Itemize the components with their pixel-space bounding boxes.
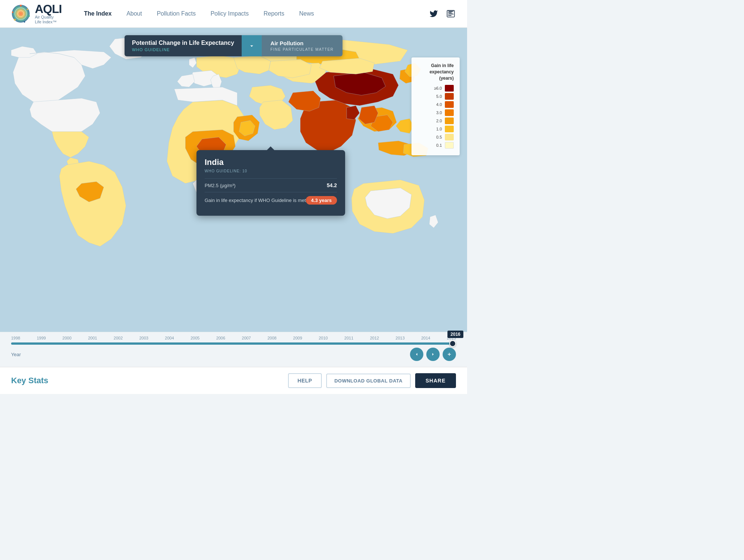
nav-pollution-facts[interactable]: Pollution Facts — [149, 10, 203, 17]
social-icon-2[interactable] — [446, 9, 456, 19]
nav-about[interactable]: About — [119, 10, 149, 17]
timeline-handle[interactable]: 2016 — [449, 340, 456, 347]
svg-point-8 — [12, 11, 13, 13]
main-nav: The Index About Pollution Facts Policy I… — [76, 10, 421, 17]
nav-news[interactable]: News — [292, 10, 321, 17]
legend-item-3: 4.0 — [431, 101, 454, 108]
timeline-progress — [11, 342, 456, 345]
svg-point-6 — [24, 21, 25, 23]
svg-point-5 — [28, 15, 30, 17]
nav-reports[interactable]: Reports — [256, 10, 292, 17]
logo-icon — [11, 4, 30, 23]
logo-area[interactable]: AQLI Air Quality Life Index™ — [11, 3, 62, 24]
legend-gradient: ≥6.0 5.0 4.0 3.0 2.0 1.0 — [417, 85, 454, 150]
logo-text: AQLI Air Quality Life Index™ — [35, 3, 62, 24]
current-year-badge: 2016 — [447, 331, 463, 338]
legend-item-1: ≥6.0 — [431, 85, 454, 92]
help-button[interactable]: HELP — [288, 373, 322, 388]
dropdown-right-panel: Air Pollution Fine Particulate Matter — [262, 35, 343, 56]
svg-point-3 — [20, 5, 22, 7]
nav-the-index[interactable]: The Index — [76, 10, 119, 17]
map-legend: Gain in life expectancy (years) ≥6.0 5.0… — [411, 57, 460, 155]
dropdown-toggle-button[interactable] — [242, 35, 262, 56]
tooltip-gain-row: Gain in life expectancy if WHO Guideline… — [205, 196, 337, 205]
header: AQLI Air Quality Life Index™ The Index A… — [0, 0, 467, 28]
timeline-next-button[interactable] — [426, 348, 440, 361]
timeline-track[interactable]: 2016 — [11, 342, 456, 345]
legend-item-7: 0.5 — [431, 134, 454, 140]
legend-item-5: 2.0 — [431, 117, 454, 124]
timeline-area: 1998 1999 2000 2001 2002 2003 2004 2005 … — [0, 332, 467, 367]
legend-item-6: 1.0 — [431, 126, 454, 132]
timeline-prev-button[interactable] — [410, 348, 423, 361]
legend-item-4: 3.0 — [431, 109, 454, 116]
timeline-bottom: Year — [11, 348, 456, 361]
country-tooltip: India WHO Guideline: 10 PM2.5 (μg/m³) 54… — [196, 150, 345, 216]
share-button[interactable]: SHARE — [415, 373, 456, 388]
view-selector[interactable]: Potential Change in Life Expectancy WHO … — [125, 35, 343, 56]
map-container[interactable]: Potential Change in Life Expectancy WHO … — [0, 28, 467, 332]
download-button[interactable]: DOWNLOAD GLOBAL DATA — [326, 374, 411, 388]
footer-bar: Key Stats HELP DOWNLOAD GLOBAL DATA SHAR… — [0, 367, 467, 394]
tooltip-pm25-row: PM2.5 (μg/m³) 54.2 — [205, 182, 337, 188]
dropdown-left-panel: Potential Change in Life Expectancy WHO … — [125, 35, 242, 56]
legend-item-8: 0.1 — [431, 142, 454, 149]
twitter-icon[interactable] — [429, 9, 439, 19]
svg-point-4 — [27, 9, 28, 10]
legend-item-2: 5.0 — [431, 93, 454, 100]
key-stats-link[interactable]: Key Stats — [11, 376, 48, 385]
timeline-controls — [410, 348, 456, 361]
nav-policy-impacts[interactable]: Policy Impacts — [203, 10, 256, 17]
svg-point-7 — [14, 19, 16, 21]
svg-point-9 — [16, 6, 17, 8]
footer-actions: HELP DOWNLOAD GLOBAL DATA SHARE — [288, 373, 456, 388]
timeline-play-button[interactable] — [443, 348, 456, 361]
timeline-years: 1998 1999 2000 2001 2002 2003 2004 2005 … — [11, 336, 456, 340]
social-icons — [429, 9, 456, 19]
